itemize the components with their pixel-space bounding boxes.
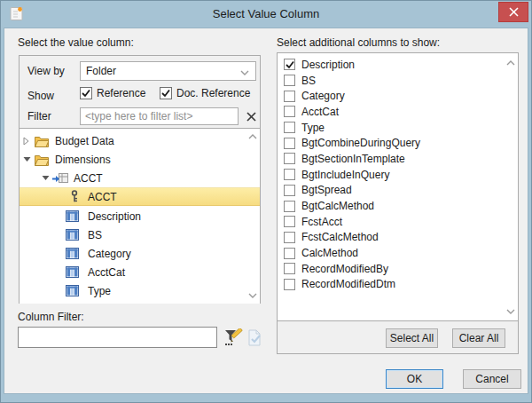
dialog-title: Select Value Column: [1, 1, 531, 28]
clear-filter-button[interactable]: [243, 108, 259, 124]
column-checkbox-row[interactable]: RecordModifiedBy: [278, 261, 518, 277]
column-icon: [64, 209, 80, 223]
tree-scroll-up[interactable]: [247, 132, 258, 141]
cancel-button[interactable]: Cancel: [463, 369, 521, 389]
ok-button[interactable]: OK: [386, 369, 443, 389]
column-checkbox-label: Description: [301, 59, 355, 71]
view-by-dropdown[interactable]: Folder: [80, 61, 256, 81]
tree-item-label: Category: [88, 248, 131, 260]
checkbox-unchecked-icon: [284, 153, 295, 164]
reference-checkbox[interactable]: Reference: [80, 87, 145, 99]
titlebar: Select Value Column: [1, 1, 531, 28]
doc-reference-checkbox-label: Doc. Reference: [176, 87, 250, 99]
tree-item-type[interactable]: Type: [20, 281, 260, 300]
column-filter-input[interactable]: [18, 327, 217, 348]
column-icon: [64, 265, 80, 279]
column-checkbox-label: BgtSectionInTemplate: [301, 153, 405, 165]
expander-expanded-icon[interactable]: [41, 174, 50, 183]
column-checkbox-label: FcstAcct: [301, 216, 342, 228]
checkbox-unchecked-icon: [284, 216, 295, 227]
tree-item-acctcat[interactable]: AcctCat: [20, 263, 260, 281]
select-all-button[interactable]: Select All: [386, 328, 438, 348]
column-checkbox-row[interactable]: Type: [278, 120, 518, 136]
chevron-down-icon: [240, 70, 249, 75]
dialog-body: Select the value column: View by Folder …: [4, 28, 528, 394]
additional-columns-list: Description BS Category AcctCat Type Bgt…: [278, 53, 518, 321]
column-filter-label: Column Filter:: [18, 311, 84, 323]
expander-expanded-icon[interactable]: [22, 155, 31, 164]
checkbox-unchecked-icon: [284, 138, 295, 149]
tree-item-acct-table[interactable]: ACCT: [20, 169, 260, 187]
column-checkbox-row[interactable]: BgtSpread: [278, 183, 518, 199]
tree-item-label: ACCT: [74, 172, 103, 185]
tree-item-bs[interactable]: BS: [20, 225, 260, 244]
tree-scroll-down[interactable]: [247, 291, 258, 300]
column-checkbox-label: BgtCombineDuringQuery: [301, 137, 420, 149]
close-button[interactable]: [498, 2, 528, 22]
folder-icon: [34, 134, 50, 147]
column-checkbox-label: Category: [301, 90, 345, 102]
column-checkbox-label: AcctCat: [301, 106, 339, 118]
column-checkbox-row[interactable]: Description: [278, 57, 518, 73]
expander-collapsed-icon[interactable]: [22, 137, 31, 146]
column-checkbox-row[interactable]: BgtSectionInTemplate: [278, 151, 518, 167]
column-icon: [64, 228, 80, 241]
filter-label: Filter: [27, 110, 51, 122]
tree-item-label: ACCT: [88, 191, 117, 203]
list-scroll-up[interactable]: [505, 59, 516, 67]
checkbox-unchecked-icon: [284, 279, 295, 290]
column-checkbox-row[interactable]: CalcMethod: [278, 245, 518, 261]
tree-item-acct-selected[interactable]: ACCT: [20, 187, 260, 206]
left-section-label: Select the value column:: [18, 36, 134, 49]
filter-funnel-pencil-icon: [223, 328, 243, 347]
column-icon: [64, 284, 80, 297]
checkbox-unchecked-icon: [284, 232, 295, 243]
view-by-value: Folder: [86, 65, 116, 77]
checkbox-checked-icon: [80, 87, 92, 99]
tree-item-budget-data[interactable]: Budget Data: [20, 131, 260, 150]
column-checkbox-row[interactable]: FcstCalcMethod: [278, 230, 518, 246]
column-checkbox-row[interactable]: Category: [278, 88, 518, 104]
edit-filter-button[interactable]: [223, 328, 244, 347]
table-link-icon: [52, 171, 68, 185]
column-checkbox-row[interactable]: FcstAcct: [278, 214, 518, 230]
tree-item-label: AcctCat: [88, 266, 125, 279]
checkbox-unchecked-icon: [284, 263, 295, 274]
tree-item-label: BS: [88, 229, 102, 241]
tree-item-label: Description: [88, 210, 141, 223]
column-checkbox-row[interactable]: AcctCat: [278, 104, 518, 120]
tree-item-label: Type: [88, 285, 111, 297]
tree-item-dimensions[interactable]: Dimensions: [20, 150, 260, 169]
checkbox-unchecked-icon: [284, 248, 295, 259]
additional-columns-group: Description BS Category AcctCat Type Bgt…: [277, 52, 519, 354]
dialog-select-value-column: Select Value Column Select the value col…: [0, 0, 532, 403]
filter-input[interactable]: [80, 107, 239, 125]
column-checkbox-row[interactable]: RecordModifiedDtm: [278, 277, 518, 293]
column-checkbox-label: BgtIncludeInQuery: [301, 169, 389, 181]
list-scroll-down[interactable]: [505, 307, 516, 316]
column-checkbox-label: RecordModifiedBy: [301, 263, 388, 275]
column-checkbox-row[interactable]: BgtCalcMethod: [278, 198, 518, 214]
folder-icon: [34, 153, 50, 166]
doc-reference-checkbox[interactable]: Doc. Reference: [160, 87, 250, 99]
tree-item-description[interactable]: Description: [20, 207, 260, 225]
column-checkbox-row[interactable]: BgtCombineDuringQuery: [278, 135, 518, 151]
column-checkbox-label: Type: [301, 122, 325, 134]
column-checkbox-label: FcstCalcMethod: [301, 231, 379, 243]
tree-item-category[interactable]: Category: [20, 244, 260, 263]
checkbox-checked-icon: [284, 59, 295, 70]
document-check-icon: [247, 329, 262, 346]
apply-filter-button-disabled[interactable]: [246, 328, 263, 347]
reference-checkbox-label: Reference: [97, 87, 145, 99]
checkbox-unchecked-icon: [284, 169, 295, 180]
column-icon: [64, 247, 80, 260]
key-icon: [66, 190, 82, 203]
view-by-label: View by: [27, 65, 65, 77]
right-section-label: Select additional columns to show:: [277, 36, 440, 49]
tree-item-label: Budget Data: [55, 135, 114, 147]
column-checkbox-row[interactable]: BS: [278, 73, 518, 89]
clear-all-button[interactable]: Clear All: [452, 328, 505, 348]
checkbox-unchecked-icon: [284, 201, 295, 212]
checkbox-unchecked-icon: [284, 122, 295, 133]
column-checkbox-row[interactable]: BgtIncludeInQuery: [278, 167, 518, 183]
